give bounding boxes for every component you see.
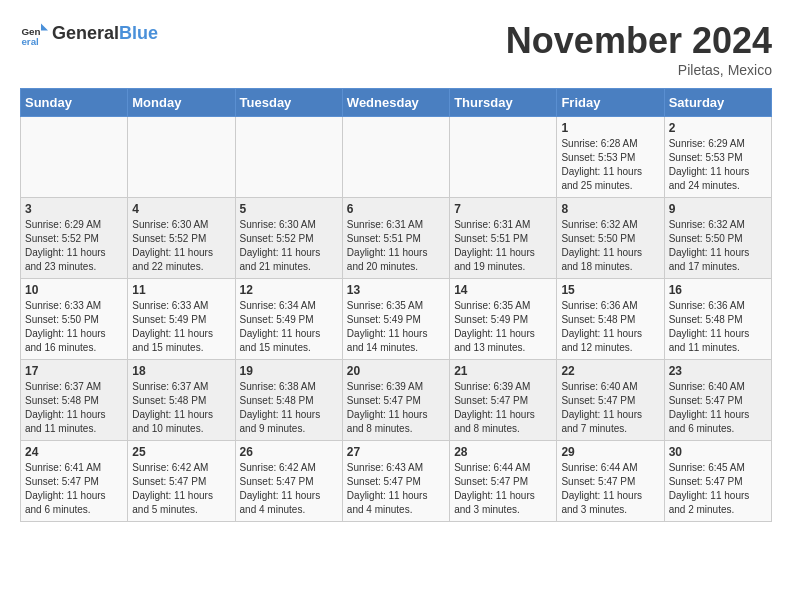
calendar-cell: 21Sunrise: 6:39 AM Sunset: 5:47 PM Dayli… [450, 360, 557, 441]
col-header-monday: Monday [128, 89, 235, 117]
calendar-cell: 16Sunrise: 6:36 AM Sunset: 5:48 PM Dayli… [664, 279, 771, 360]
title-block: November 2024 Piletas, Mexico [506, 20, 772, 78]
calendar-cell: 4Sunrise: 6:30 AM Sunset: 5:52 PM Daylig… [128, 198, 235, 279]
calendar-cell [21, 117, 128, 198]
day-info: Sunrise: 6:31 AM Sunset: 5:51 PM Dayligh… [454, 218, 552, 274]
calendar-header-row: SundayMondayTuesdayWednesdayThursdayFrid… [21, 89, 772, 117]
day-info: Sunrise: 6:42 AM Sunset: 5:47 PM Dayligh… [132, 461, 230, 517]
day-number: 7 [454, 202, 552, 216]
logo-general-text: General [52, 23, 119, 43]
calendar-cell: 22Sunrise: 6:40 AM Sunset: 5:47 PM Dayli… [557, 360, 664, 441]
day-number: 30 [669, 445, 767, 459]
day-number: 11 [132, 283, 230, 297]
day-number: 5 [240, 202, 338, 216]
calendar-week-row: 1Sunrise: 6:28 AM Sunset: 5:53 PM Daylig… [21, 117, 772, 198]
day-number: 21 [454, 364, 552, 378]
col-header-tuesday: Tuesday [235, 89, 342, 117]
calendar-cell: 1Sunrise: 6:28 AM Sunset: 5:53 PM Daylig… [557, 117, 664, 198]
day-info: Sunrise: 6:41 AM Sunset: 5:47 PM Dayligh… [25, 461, 123, 517]
calendar-cell: 8Sunrise: 6:32 AM Sunset: 5:50 PM Daylig… [557, 198, 664, 279]
day-number: 2 [669, 121, 767, 135]
day-info: Sunrise: 6:28 AM Sunset: 5:53 PM Dayligh… [561, 137, 659, 193]
day-number: 29 [561, 445, 659, 459]
day-info: Sunrise: 6:31 AM Sunset: 5:51 PM Dayligh… [347, 218, 445, 274]
day-info: Sunrise: 6:44 AM Sunset: 5:47 PM Dayligh… [454, 461, 552, 517]
calendar-cell [342, 117, 449, 198]
day-info: Sunrise: 6:44 AM Sunset: 5:47 PM Dayligh… [561, 461, 659, 517]
calendar-cell [450, 117, 557, 198]
day-number: 15 [561, 283, 659, 297]
day-number: 26 [240, 445, 338, 459]
calendar-week-row: 10Sunrise: 6:33 AM Sunset: 5:50 PM Dayli… [21, 279, 772, 360]
day-number: 19 [240, 364, 338, 378]
day-info: Sunrise: 6:40 AM Sunset: 5:47 PM Dayligh… [561, 380, 659, 436]
day-number: 25 [132, 445, 230, 459]
day-number: 18 [132, 364, 230, 378]
day-number: 3 [25, 202, 123, 216]
day-number: 6 [347, 202, 445, 216]
calendar-cell: 2Sunrise: 6:29 AM Sunset: 5:53 PM Daylig… [664, 117, 771, 198]
day-number: 23 [669, 364, 767, 378]
calendar-cell: 14Sunrise: 6:35 AM Sunset: 5:49 PM Dayli… [450, 279, 557, 360]
day-info: Sunrise: 6:32 AM Sunset: 5:50 PM Dayligh… [669, 218, 767, 274]
calendar-week-row: 17Sunrise: 6:37 AM Sunset: 5:48 PM Dayli… [21, 360, 772, 441]
day-info: Sunrise: 6:39 AM Sunset: 5:47 PM Dayligh… [454, 380, 552, 436]
calendar-cell: 26Sunrise: 6:42 AM Sunset: 5:47 PM Dayli… [235, 441, 342, 522]
day-number: 14 [454, 283, 552, 297]
day-number: 17 [25, 364, 123, 378]
calendar-cell: 12Sunrise: 6:34 AM Sunset: 5:49 PM Dayli… [235, 279, 342, 360]
day-info: Sunrise: 6:30 AM Sunset: 5:52 PM Dayligh… [132, 218, 230, 274]
logo-blue-text: Blue [119, 23, 158, 43]
day-info: Sunrise: 6:35 AM Sunset: 5:49 PM Dayligh… [454, 299, 552, 355]
day-number: 20 [347, 364, 445, 378]
day-info: Sunrise: 6:38 AM Sunset: 5:48 PM Dayligh… [240, 380, 338, 436]
col-header-saturday: Saturday [664, 89, 771, 117]
day-info: Sunrise: 6:35 AM Sunset: 5:49 PM Dayligh… [347, 299, 445, 355]
calendar-week-row: 24Sunrise: 6:41 AM Sunset: 5:47 PM Dayli… [21, 441, 772, 522]
calendar-cell: 30Sunrise: 6:45 AM Sunset: 5:47 PM Dayli… [664, 441, 771, 522]
calendar-cell: 29Sunrise: 6:44 AM Sunset: 5:47 PM Dayli… [557, 441, 664, 522]
calendar-cell: 25Sunrise: 6:42 AM Sunset: 5:47 PM Dayli… [128, 441, 235, 522]
day-number: 10 [25, 283, 123, 297]
calendar-cell: 28Sunrise: 6:44 AM Sunset: 5:47 PM Dayli… [450, 441, 557, 522]
calendar-cell: 18Sunrise: 6:37 AM Sunset: 5:48 PM Dayli… [128, 360, 235, 441]
day-number: 8 [561, 202, 659, 216]
calendar-cell: 11Sunrise: 6:33 AM Sunset: 5:49 PM Dayli… [128, 279, 235, 360]
calendar-cell [235, 117, 342, 198]
day-number: 16 [669, 283, 767, 297]
day-number: 1 [561, 121, 659, 135]
day-number: 13 [347, 283, 445, 297]
day-info: Sunrise: 6:37 AM Sunset: 5:48 PM Dayligh… [25, 380, 123, 436]
calendar-cell: 15Sunrise: 6:36 AM Sunset: 5:48 PM Dayli… [557, 279, 664, 360]
calendar-cell: 9Sunrise: 6:32 AM Sunset: 5:50 PM Daylig… [664, 198, 771, 279]
svg-marker-2 [41, 24, 48, 31]
calendar-cell: 17Sunrise: 6:37 AM Sunset: 5:48 PM Dayli… [21, 360, 128, 441]
logo-icon: Gen eral [20, 20, 48, 48]
day-info: Sunrise: 6:37 AM Sunset: 5:48 PM Dayligh… [132, 380, 230, 436]
calendar-cell: 13Sunrise: 6:35 AM Sunset: 5:49 PM Dayli… [342, 279, 449, 360]
calendar-table: SundayMondayTuesdayWednesdayThursdayFrid… [20, 88, 772, 522]
col-header-thursday: Thursday [450, 89, 557, 117]
day-info: Sunrise: 6:43 AM Sunset: 5:47 PM Dayligh… [347, 461, 445, 517]
day-info: Sunrise: 6:36 AM Sunset: 5:48 PM Dayligh… [669, 299, 767, 355]
day-info: Sunrise: 6:40 AM Sunset: 5:47 PM Dayligh… [669, 380, 767, 436]
day-info: Sunrise: 6:34 AM Sunset: 5:49 PM Dayligh… [240, 299, 338, 355]
calendar-cell [128, 117, 235, 198]
day-info: Sunrise: 6:29 AM Sunset: 5:53 PM Dayligh… [669, 137, 767, 193]
svg-text:eral: eral [21, 36, 39, 47]
day-number: 22 [561, 364, 659, 378]
calendar-cell: 24Sunrise: 6:41 AM Sunset: 5:47 PM Dayli… [21, 441, 128, 522]
day-number: 28 [454, 445, 552, 459]
day-number: 4 [132, 202, 230, 216]
day-info: Sunrise: 6:32 AM Sunset: 5:50 PM Dayligh… [561, 218, 659, 274]
col-header-wednesday: Wednesday [342, 89, 449, 117]
day-number: 12 [240, 283, 338, 297]
calendar-cell: 5Sunrise: 6:30 AM Sunset: 5:52 PM Daylig… [235, 198, 342, 279]
day-number: 24 [25, 445, 123, 459]
calendar-cell: 3Sunrise: 6:29 AM Sunset: 5:52 PM Daylig… [21, 198, 128, 279]
calendar-cell: 27Sunrise: 6:43 AM Sunset: 5:47 PM Dayli… [342, 441, 449, 522]
day-info: Sunrise: 6:30 AM Sunset: 5:52 PM Dayligh… [240, 218, 338, 274]
day-number: 9 [669, 202, 767, 216]
month-title: November 2024 [506, 20, 772, 62]
calendar-cell: 6Sunrise: 6:31 AM Sunset: 5:51 PM Daylig… [342, 198, 449, 279]
